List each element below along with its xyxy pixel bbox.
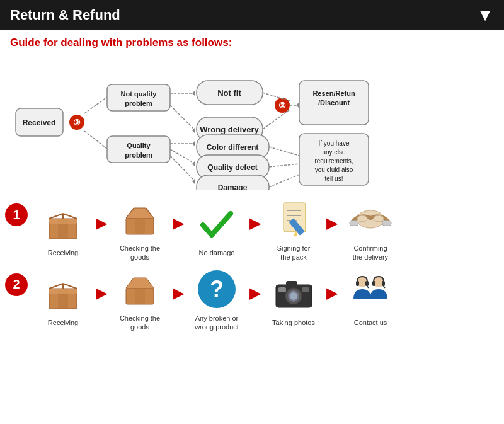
svg-line-56 <box>63 214 77 219</box>
process-step-2-3: ? Any broken orwrong product <box>185 267 248 332</box>
process-step-1-5: Confirmingthe delivery <box>339 197 402 262</box>
process-label-1-1: Receiving <box>48 248 78 257</box>
svg-point-82 <box>290 292 297 300</box>
svg-rect-84 <box>278 287 286 292</box>
svg-text:Received: Received <box>23 118 56 127</box>
process-label-1-2: Checking thegoods <box>120 244 160 262</box>
svg-line-22 <box>170 156 195 181</box>
arrow-2-2: ▶ <box>173 284 184 302</box>
process-step-2-1: Receiving <box>32 272 94 327</box>
svg-line-34 <box>263 93 290 101</box>
svg-text:Color different: Color different <box>207 143 259 152</box>
process-label-1-4: Signing forthe pack <box>277 244 311 262</box>
process-step-2-5: Contact us <box>339 272 402 327</box>
process-step-1-3: No damage <box>185 202 248 257</box>
svg-text:Wrong delivery: Wrong delivery <box>200 125 259 134</box>
svg-text:requirements,: requirements, <box>314 158 353 164</box>
contact-icon <box>348 272 392 316</box>
arrow-2-3: ▶ <box>249 284 261 302</box>
process-label-2-1: Receiving <box>48 318 78 327</box>
arrow-1-4: ▶ <box>326 214 338 232</box>
svg-text:Quality defect: Quality defect <box>207 163 257 172</box>
svg-text:any else: any else <box>322 149 346 156</box>
svg-rect-78 <box>135 288 145 304</box>
svg-line-21 <box>170 149 195 164</box>
svg-marker-14 <box>192 90 195 96</box>
svg-rect-58 <box>135 218 145 234</box>
svg-rect-83 <box>286 281 297 286</box>
arrow-2-4: ▶ <box>326 284 338 302</box>
box-closed-icon <box>41 202 85 246</box>
svg-line-36 <box>269 147 299 156</box>
svg-text:Quality: Quality <box>127 142 151 149</box>
flowchart-svg: Received ③ Not quality problem Quality p… <box>13 58 491 190</box>
handshake-icon <box>348 197 392 241</box>
process-row-2: 2 Receiving ▶ <box>5 267 499 332</box>
camera-icon <box>272 272 316 316</box>
svg-rect-69 <box>382 221 391 226</box>
process-label-2-3: Any broken orwrong product <box>195 314 239 332</box>
svg-text:tell us!: tell us! <box>325 175 343 182</box>
svg-line-55 <box>49 214 63 219</box>
process-step-2-4: Taking photos <box>262 272 325 327</box>
svg-rect-53 <box>58 219 68 224</box>
header-arrow: ▼ <box>476 5 494 25</box>
svg-text:/Discount: /Discount <box>318 99 350 106</box>
arrow-1-2: ▶ <box>173 214 184 232</box>
svg-line-5 <box>84 131 107 149</box>
svg-text:Not quality: Not quality <box>121 90 158 98</box>
arrow-1-3: ▶ <box>249 214 261 232</box>
checkmark-icon <box>195 202 239 246</box>
svg-rect-68 <box>350 221 358 226</box>
process-label-2-2: Checking thegoods <box>120 314 160 332</box>
process-num-1: 1 <box>5 203 28 226</box>
svg-line-76 <box>63 284 77 289</box>
box-closed-2-icon <box>41 272 85 316</box>
process-steps-2: Receiving ▶ Checking thegoods ▶ ? <box>32 267 499 332</box>
process-label-1-3: No damage <box>199 248 235 257</box>
process-step-1-2: Checking thegoods <box>108 197 171 262</box>
svg-line-37 <box>269 164 299 167</box>
arrow-1-1: ▶ <box>96 214 107 232</box>
process-label-2-5: Contact us <box>354 318 387 327</box>
svg-rect-73 <box>58 289 68 294</box>
pencil-icon <box>272 197 316 241</box>
flowchart: Received ③ Not quality problem Quality p… <box>6 58 498 193</box>
svg-rect-85 <box>302 287 309 292</box>
svg-line-4 <box>84 97 107 113</box>
svg-point-67 <box>374 215 384 222</box>
svg-rect-87 <box>356 281 359 286</box>
svg-line-35 <box>263 110 290 129</box>
header-title: Return & Refund <box>10 7 120 23</box>
svg-text:②: ② <box>278 101 286 110</box>
svg-marker-23 <box>192 140 195 147</box>
svg-text:you cluld also: you cluld also <box>315 166 353 173</box>
question-circle: ? <box>198 270 236 308</box>
process-step-1-4: Signing forthe pack <box>262 197 325 262</box>
svg-point-66 <box>357 215 367 222</box>
process-step-1-1: Receiving <box>32 202 94 257</box>
process-step-2-2: Checking thegoods <box>108 267 171 332</box>
svg-text:If you have: If you have <box>319 140 350 147</box>
svg-marker-24 <box>192 161 195 167</box>
box-open-icon <box>118 197 162 241</box>
svg-text:Damage: Damage <box>218 183 248 190</box>
svg-text:Resen/Refun: Resen/Refun <box>312 89 355 97</box>
svg-text:problem: problem <box>125 151 152 159</box>
process-label-2-4: Taking photos <box>272 318 315 327</box>
process-label-1-5: Confirmingthe delivery <box>353 244 388 262</box>
svg-text:Not fit: Not fit <box>217 88 241 98</box>
svg-line-13 <box>170 105 195 130</box>
question-mark-icon: ? <box>195 267 239 311</box>
process-num-2: 2 <box>5 273 28 296</box>
process-steps-1: Receiving ▶ Checking thegoods ▶ <box>32 197 499 262</box>
svg-line-75 <box>49 284 63 289</box>
arrow-2-1: ▶ <box>96 284 107 302</box>
svg-rect-91 <box>372 281 375 286</box>
svg-line-38 <box>269 175 299 187</box>
svg-text:problem: problem <box>125 100 152 107</box>
process-section: 1 Receiving ▶ <box>0 193 504 331</box>
guide-title: Guide for dealing with problems as follo… <box>10 37 494 49</box>
svg-text:③: ③ <box>73 118 81 127</box>
header: Return & Refund ▼ <box>0 0 504 30</box>
